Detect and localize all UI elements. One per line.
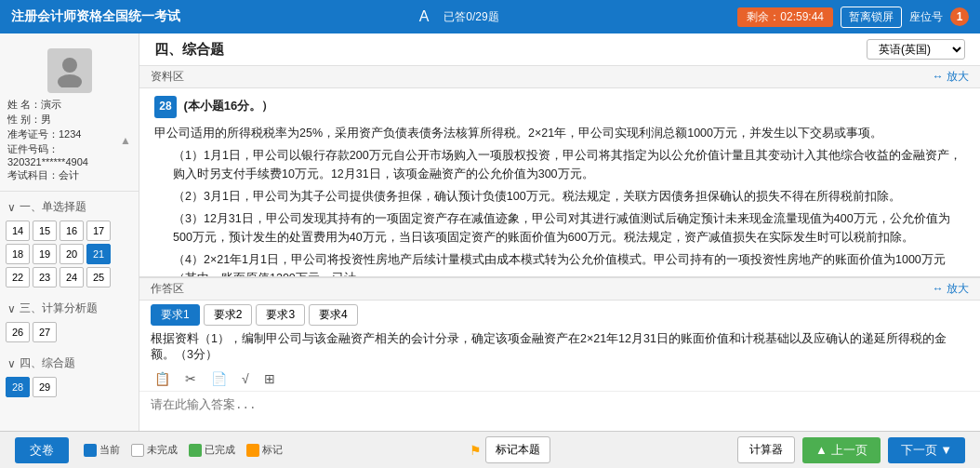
q-btn-29[interactable]: 29 [33, 377, 57, 397]
q-btn-19[interactable]: 19 [33, 244, 57, 264]
question-score: (本小题16分。） [183, 99, 273, 113]
question-badge: 28 [154, 96, 177, 118]
requirement-tabs: 要求1 要求2 要求3 要求4 [139, 301, 980, 329]
q-btn-17[interactable]: 17 [86, 221, 111, 241]
bottom-right: 计算器 ▲ 上一页 下一页 ▼ [737, 436, 965, 463]
progress-text: 已答0/29题 [444, 9, 498, 25]
question-grid-calc: 26 27 [0, 320, 139, 344]
requirement-description: 根据资料（1），编制甲公司与该金融资产相关的会计分录，确定该项金融资产在2×21… [139, 329, 980, 367]
seat-number: 1 [950, 7, 969, 26]
prev-page-button[interactable]: ▲ 上一页 [802, 437, 880, 463]
legend-flagged: 标记 [246, 443, 283, 457]
q-btn-27[interactable]: 27 [33, 322, 57, 342]
lang-select-wrapper[interactable]: 英语(英国) 中文 [867, 39, 965, 60]
legend-dot-flagged [246, 444, 259, 457]
chevron-icon-comp: ∨ [7, 357, 16, 370]
section-heading: 四、综合题 [154, 41, 224, 59]
next-page-button[interactable]: 下一页 ▼ [888, 437, 965, 463]
q-btn-25[interactable]: 25 [86, 267, 111, 287]
flag-icon: ⚑ [470, 443, 482, 458]
user-subject: 考试科目：会计 [7, 168, 116, 182]
tool-copy-icon[interactable]: 📄 [207, 369, 231, 388]
legend-incomplete: 未完成 [131, 443, 178, 457]
req-tab-4[interactable]: 要求4 [309, 304, 358, 326]
timer-display: 剩余：02:59:44 [737, 7, 833, 27]
bottom-bar: 交卷 当前 未完成 已完成 标记 ⚑ 标记本题 计算器 ▲ 上一页 [0, 431, 980, 468]
tool-paste-icon[interactable]: 📋 [151, 369, 174, 388]
answer-header: 作答区 ↔ 放大 [139, 278, 980, 301]
sidebar-section-calc: ∨ 三、计算分析题 26 27 [0, 293, 139, 348]
answer-area: 作答区 ↔ 放大 要求1 要求2 要求3 要求4 根据资料（1），编制甲公司与该… [139, 277, 980, 431]
top-bar: 注册会计师资格全国统一考试 A 已答0/29题 剩余：02:59:44 暂离锁屏… [0, 0, 980, 33]
req-tab-1[interactable]: 要求1 [151, 304, 200, 326]
legend-dot-incomplete [131, 444, 144, 457]
section-title-calc[interactable]: ∨ 三、计算分析题 [0, 297, 139, 320]
material-intro: 甲公司适用的所得税税率为25%，采用资产负债表债务法核算所得税。2×21年，甲公… [154, 124, 965, 142]
tool-table-icon[interactable]: ⊞ [260, 369, 279, 388]
top-bar-center: A 已答0/29题 [419, 8, 499, 25]
material-para4: （4）2×21年1月1日，甲公司将投资性房地产后续计量模式由成本模式转为公允价值… [173, 250, 965, 276]
user-name: 姓 名：演示 [7, 98, 116, 112]
user-gender: 性 别：男 [7, 113, 116, 127]
legend-label-complete: 已完成 [205, 443, 235, 457]
bottom-left: 交卷 当前 未完成 已完成 标记 [15, 437, 283, 463]
q-btn-22[interactable]: 22 [6, 267, 30, 287]
question-header: 四、综合题 英语(英国) 中文 [139, 33, 980, 66]
legend: 当前 未完成 已完成 标记 [84, 443, 283, 457]
user-cert: 证件号码：320321******4904 [7, 142, 116, 167]
main-layout: 姓 名：演示 性 别：男 准考证号：1234 证件号码：320321******… [0, 33, 980, 431]
svg-point-1 [58, 74, 82, 87]
material-expand-btn[interactable]: ↔ 放大 [933, 69, 969, 85]
q-btn-23[interactable]: 23 [33, 267, 57, 287]
material-para2: （2）3月1日，甲公司为其子公司提供债务担保，确认预计负债100万元。税法规定，… [173, 187, 965, 206]
sidebar-section-comp: ∨ 四、综合题 28 29 [0, 348, 139, 403]
q-btn-28[interactable]: 28 [6, 377, 30, 397]
seat-label: 座位号 [909, 9, 943, 25]
material-area: 资料区 ↔ 放大 28 (本小题16分。） 甲公司适用的所得税税率为25%，采用… [139, 66, 980, 277]
answer-expand-btn[interactable]: ↔ 放大 [933, 281, 969, 297]
chevron-icon-calc: ∨ [7, 302, 16, 315]
section-title-comp[interactable]: ∨ 四、综合题 [0, 352, 139, 375]
tool-sqrt-icon[interactable]: √ [238, 369, 253, 388]
material-label: 资料区 [151, 69, 184, 85]
calculator-button[interactable]: 计算器 [737, 436, 795, 463]
q-btn-24[interactable]: 24 [60, 267, 84, 287]
svg-point-0 [62, 58, 77, 73]
legend-complete: 已完成 [189, 443, 235, 457]
user-info: 姓 名：演示 性 别：男 准考证号：1234 证件号码：320321******… [7, 97, 116, 183]
q-btn-16[interactable]: 16 [60, 221, 84, 241]
submit-button[interactable]: 交卷 [15, 437, 69, 463]
answer-label: 作答区 [151, 281, 184, 297]
req-tab-3[interactable]: 要求3 [256, 304, 305, 326]
sidebar-section-single: ∨ 一、单选择题 14 15 16 17 18 19 20 21 22 23 2… [0, 192, 139, 293]
q-btn-14[interactable]: 14 [6, 221, 30, 241]
legend-dot-current [84, 444, 97, 457]
app-title: 注册会计师资格全国统一考试 [11, 8, 180, 25]
q-btn-21[interactable]: 21 [86, 244, 111, 264]
chevron-down-icon: ∨ [7, 201, 16, 214]
q-btn-26[interactable]: 26 [6, 322, 30, 342]
q-btn-15[interactable]: 15 [33, 221, 57, 241]
language-selector[interactable]: 英语(英国) 中文 [867, 39, 965, 60]
tool-cut-icon[interactable]: ✂ [181, 369, 200, 388]
answer-toolbar: 📋 ✂ 📄 √ ⊞ [139, 367, 980, 392]
user-card: 姓 名：演示 性 别：男 准考证号：1234 证件号码：320321******… [0, 41, 139, 192]
material-content[interactable]: 28 (本小题16分。） 甲公司适用的所得税税率为25%，采用资产负债表债务法核… [139, 88, 980, 276]
collapse-icon[interactable]: ▲ [120, 134, 131, 147]
sidebar: 姓 名：演示 性 别：男 准考证号：1234 证件号码：320321******… [0, 33, 139, 431]
fullscreen-button[interactable]: 暂离锁屏 [841, 7, 902, 28]
top-bar-right: 剩余：02:59:44 暂离锁屏 座位号 1 [737, 7, 969, 28]
legend-label-incomplete: 未完成 [147, 443, 178, 457]
material-para3: （3）12月31日，甲公司发现其持有的一项固定资产存在减值迹象，甲公司对其进行减… [173, 209, 965, 247]
legend-dot-complete [189, 444, 202, 457]
section-title-single[interactable]: ∨ 一、单选择题 [0, 195, 139, 219]
material-header: 资料区 ↔ 放大 [139, 66, 980, 88]
flag-button[interactable]: 标记本题 [485, 436, 550, 463]
legend-label-flagged: 标记 [262, 443, 283, 457]
q-btn-18[interactable]: 18 [6, 244, 30, 264]
q-btn-20[interactable]: 20 [60, 244, 84, 264]
legend-label-current: 当前 [99, 443, 120, 457]
answer-input[interactable] [139, 392, 980, 431]
user-id: 准考证号：1234 [7, 127, 116, 141]
req-tab-2[interactable]: 要求2 [204, 304, 253, 326]
